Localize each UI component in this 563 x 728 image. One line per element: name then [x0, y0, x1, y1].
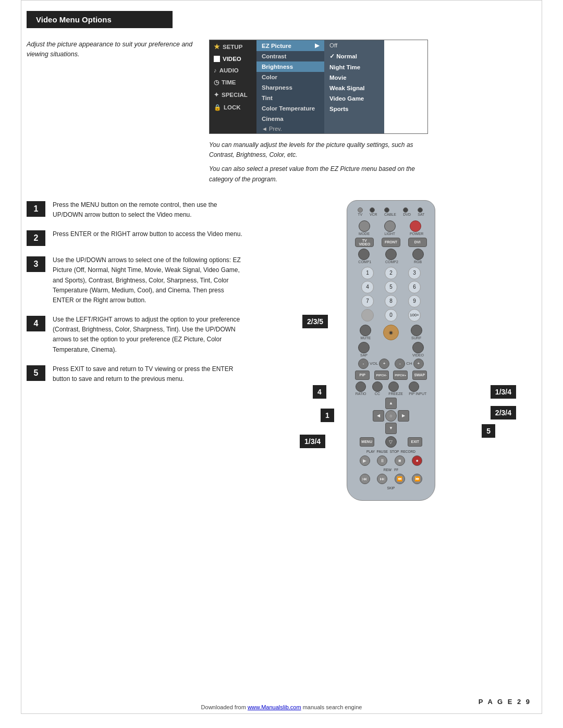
- lock-icon: 🔒: [214, 104, 221, 111]
- dpad-center-btn[interactable]: ○: [385, 410, 397, 422]
- footer-link[interactable]: www.Manualslib.com: [248, 704, 301, 710]
- ch-up-btn[interactable]: +: [413, 359, 424, 369]
- surf-icon: ◉: [389, 330, 393, 335]
- mute-btn[interactable]: [360, 325, 371, 336]
- video-icon: [214, 56, 220, 62]
- ok-btn[interactable]: ▽: [385, 436, 397, 448]
- mode-row: MODE LIGHT POWER: [351, 220, 431, 236]
- record-btn[interactable]: ●: [412, 455, 422, 466]
- play-btn[interactable]: ▶: [360, 455, 370, 466]
- transport-row: ▶ ⏸ ■ ●: [353, 454, 429, 467]
- ff-btn[interactable]: ⏭: [377, 474, 387, 484]
- mode-btn[interactable]: [359, 220, 370, 232]
- num-6[interactable]: 6: [408, 281, 421, 293]
- badge-2-3-4: 2/3/4: [491, 406, 516, 419]
- ez-movie: Movie: [324, 72, 384, 83]
- page-container: Video Menu Options Adjust the picture ap…: [21, 0, 542, 714]
- dvd-indicator: [403, 207, 408, 213]
- prev-button[interactable]: ◄ Prev.: [256, 124, 324, 133]
- vcr-indicator: [370, 207, 375, 213]
- cc-btn[interactable]: [372, 381, 383, 392]
- ez-picture-label: EZ Picture: [262, 43, 291, 49]
- badge-1-3-4-bottom: 1/3/4: [300, 435, 325, 448]
- menu-exit-row: MENU ▽ EXIT: [351, 436, 431, 448]
- surf-btn[interactable]: [411, 325, 422, 336]
- step-5-row: 5 Press EXIT to save and return to TV vi…: [27, 364, 246, 384]
- ez-normal: Normal: [324, 51, 384, 62]
- num-4[interactable]: 4: [361, 281, 374, 293]
- step-4-number: 4: [27, 316, 45, 331]
- num-7[interactable]: 7: [361, 295, 374, 307]
- video-btn[interactable]: [412, 342, 424, 353]
- comp2-btn[interactable]: [385, 249, 397, 260]
- num-5[interactable]: 5: [385, 281, 397, 293]
- swap-btn[interactable]: SWAP: [412, 371, 427, 380]
- dpad-right-btn[interactable]: ▶: [398, 410, 409, 422]
- ch-down-btn[interactable]: -: [395, 359, 405, 369]
- sat-indicator: [418, 207, 423, 213]
- pip-btn[interactable]: PIP: [355, 371, 370, 380]
- number-grid: 1 2 3 4 5 6 7 8 9 0 100+: [351, 265, 431, 323]
- step-1-row: 1 Press the MENU button on the remote co…: [27, 200, 246, 220]
- step-4-text: Use the LEFT/RIGHT arrows to adjust the …: [53, 315, 246, 355]
- top-section: Adjust the picture appearance to suit yo…: [27, 40, 536, 184]
- step-5-number: 5: [27, 365, 45, 381]
- remote-control: TV VCR CABLE DVD: [347, 200, 435, 501]
- pip-row: PIP PIPCH- PIPCH+ SWAP: [351, 371, 431, 380]
- light-btn[interactable]: [384, 220, 396, 232]
- power-btn[interactable]: [410, 220, 421, 232]
- menu-audio: ♪ AUDIO: [210, 65, 256, 76]
- tv-video-btn[interactable]: TVVIDEO: [355, 238, 374, 247]
- sharpness-item: Sharpness: [256, 82, 324, 93]
- vol-down-btn[interactable]: -: [358, 359, 369, 369]
- pipch-plus-btn[interactable]: PIPCH+: [393, 371, 408, 380]
- pause-btn[interactable]: ⏸: [377, 455, 387, 466]
- menu-btn[interactable]: MENU: [360, 437, 374, 447]
- vol-up-btn[interactable]: +: [379, 359, 389, 369]
- num-100[interactable]: 100+: [408, 309, 421, 322]
- tv-label: TV: [358, 213, 363, 216]
- dpad-down-btn[interactable]: ▼: [385, 423, 397, 434]
- footer-suffix: manuals search engine: [301, 704, 362, 710]
- audio-label: AUDIO: [219, 67, 239, 73]
- rgb-btn[interactable]: [412, 249, 424, 260]
- pipch-minus-btn[interactable]: PIPCH-: [374, 371, 389, 380]
- ez-video-game: Video Game: [324, 93, 384, 104]
- tv-menu-mockup: ★ SETUP VIDEO ♪ AUDIO ◷ TIME: [209, 40, 428, 184]
- num-2[interactable]: 2: [385, 267, 397, 279]
- vol-ch-row: - VOL + - CH +: [351, 359, 431, 369]
- ratio-btn[interactable]: [356, 381, 366, 392]
- remote-indicator-row: TV VCR CABLE DVD: [351, 206, 431, 218]
- comp-row: COMP1 COMP2 RGB: [351, 249, 431, 264]
- num-3[interactable]: 3: [408, 267, 421, 279]
- ff2-btn[interactable]: ⏩: [412, 474, 422, 484]
- menu-video-options: EZ Picture ▶ Contrast Brightness Color S…: [256, 40, 324, 133]
- freeze-btn[interactable]: [388, 381, 399, 392]
- num-dash[interactable]: [361, 309, 374, 322]
- num-1[interactable]: 1: [361, 267, 374, 279]
- num-8[interactable]: 8: [385, 295, 397, 307]
- comp1-btn[interactable]: [358, 249, 370, 260]
- color-temp-item: Color Temperature: [256, 103, 324, 114]
- footer-text: Downloaded from: [201, 704, 248, 710]
- num-0[interactable]: 0: [385, 309, 397, 322]
- num-9[interactable]: 9: [408, 295, 421, 307]
- remote-wrapper: 2/3/5 TV VCR: [308, 200, 474, 501]
- contrast-item: Contrast: [256, 51, 324, 61]
- transport-section: PLAY PAUSE STOP RECORD ▶ ⏸ ■ ●: [351, 450, 431, 467]
- badge-5: 5: [482, 424, 495, 438]
- front-btn[interactable]: FRONT: [382, 238, 400, 247]
- setup-icon: ★: [214, 43, 220, 51]
- sap-btn[interactable]: [358, 342, 370, 353]
- exit-btn[interactable]: EXIT: [408, 437, 422, 447]
- dpad-left-btn[interactable]: ◀: [373, 410, 384, 422]
- rew2-btn[interactable]: ⏪: [395, 474, 405, 484]
- tv-indicator: [358, 207, 363, 213]
- menu-categories: ★ SETUP VIDEO ♪ AUDIO ◷ TIME: [210, 40, 256, 133]
- pip-input-btn[interactable]: [409, 381, 419, 392]
- rew-btn[interactable]: ⏮: [360, 474, 370, 484]
- stop-btn[interactable]: ■: [395, 455, 405, 466]
- dvi-btn[interactable]: DVI: [408, 238, 427, 247]
- dpad-up-btn[interactable]: ▲: [385, 398, 397, 409]
- time-label: TIME: [222, 79, 236, 85]
